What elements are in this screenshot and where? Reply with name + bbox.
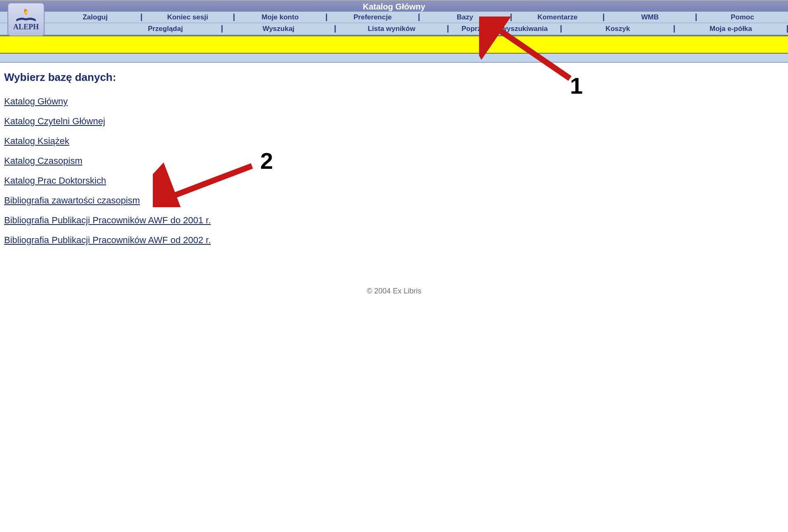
list-item: Bibliografia zawartości czasopism (4, 195, 784, 206)
nav-moje-konto[interactable]: Moje konto (235, 13, 326, 21)
database-link[interactable]: Bibliografia zawartości czasopism (4, 195, 140, 206)
list-item: Bibliografia Publikacji Pracowników AWF … (4, 215, 784, 226)
database-list: Katalog GłównyKatalog Czytelni GłównejKa… (4, 96, 784, 246)
aleph-logo[interactable]: ALEPH (7, 2, 45, 36)
list-item: Bibliografia Publikacji Pracowników AWF … (4, 235, 784, 246)
list-item: Katalog Czytelni Głównej (4, 116, 784, 127)
nav-row-1: ZalogujKoniec sesjiMoje kontoPreferencje… (0, 12, 788, 23)
footer-copyright: © 2004 Ex Libris (4, 287, 784, 296)
database-link[interactable]: Katalog Czytelni Głównej (4, 116, 105, 126)
nav-pomoc[interactable]: Pomoc (697, 13, 788, 21)
content-heading: Wybierz bazę danych: (4, 71, 784, 84)
nav-komentarze[interactable]: Komentarze (512, 13, 603, 21)
database-link[interactable]: Katalog Czasopism (4, 156, 83, 166)
title-bar: Katalog Główny (0, 0, 788, 12)
nav-przegl-daj[interactable]: Przeglądaj (109, 25, 221, 33)
book-flame-icon (16, 8, 36, 22)
logo-text: ALEPH (13, 23, 39, 31)
list-item: Katalog Książek (4, 136, 784, 147)
database-link[interactable]: Katalog Główny (4, 96, 68, 106)
nav-koszyk[interactable]: Koszyk (562, 25, 674, 33)
list-item: Katalog Czasopism (4, 156, 784, 166)
nav-moja-e-p-ka[interactable]: Moja e-półka (675, 25, 787, 33)
nav-poprzednie-wyszukiwania[interactable]: Poprzednie wyszukiwania (449, 25, 560, 33)
nav-zaloguj[interactable]: Zaloguj (50, 13, 141, 21)
nav-bazy[interactable]: Bazy (420, 13, 511, 21)
nav-preferencje[interactable]: Preferencje (327, 13, 418, 21)
nav-row-2: PrzeglądajWyszukajLista wynikówPoprzedni… (0, 23, 788, 35)
yellow-banner (0, 35, 788, 54)
list-item: Katalog Prac Doktorskich (4, 175, 784, 186)
list-item: Katalog Główny (4, 96, 784, 107)
database-link[interactable]: Katalog Książek (4, 136, 69, 146)
database-link[interactable]: Katalog Prac Doktorskich (4, 175, 106, 186)
annotation-label-2: 2 (260, 147, 273, 174)
nav-wyszukaj[interactable]: Wyszukaj (223, 25, 335, 33)
main-content: Wybierz bazę danych: Katalog GłównyKatal… (0, 63, 788, 304)
sub-bar (0, 54, 788, 63)
database-link[interactable]: Bibliografia Publikacji Pracowników AWF … (4, 215, 211, 225)
nav-wmb[interactable]: WMB (604, 13, 695, 21)
database-link[interactable]: Bibliografia Publikacji Pracowników AWF … (4, 235, 211, 245)
nav-koniec-sesji[interactable]: Koniec sesji (142, 13, 233, 21)
nav-lista-wynik-w[interactable]: Lista wyników (336, 25, 448, 33)
page-title: Katalog Główny (363, 2, 425, 11)
